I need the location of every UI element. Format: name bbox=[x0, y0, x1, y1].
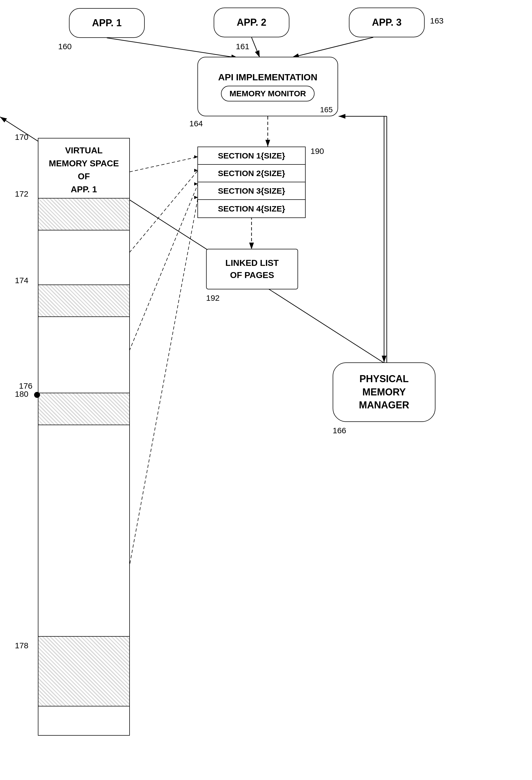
diagram: APP. 1 160 APP. 2 161 APP. 3 163 API IMP… bbox=[0, 0, 532, 780]
svg-line-3 bbox=[107, 38, 238, 58]
app2-pill: APP. 2 bbox=[214, 8, 289, 37]
hatch-176 bbox=[38, 393, 129, 425]
api-label: API IMPLEMENTATION bbox=[218, 72, 317, 83]
svg-line-13 bbox=[119, 170, 198, 265]
memory-monitor-label: MEMORY MONITOR bbox=[230, 89, 306, 98]
linked-list-ref: 192 bbox=[206, 293, 220, 303]
band-172-ref: 172 bbox=[15, 189, 29, 198]
svg-line-4 bbox=[251, 37, 260, 57]
phys-mem-line3: MANAGER bbox=[359, 399, 409, 412]
physical-memory-manager: PHYSICAL MEMORY MANAGER bbox=[333, 362, 435, 422]
dot-180-ref: 180 bbox=[15, 389, 29, 399]
api-ref-inner: 165 bbox=[320, 105, 333, 114]
linked-list-line2: OF PAGES bbox=[225, 269, 279, 281]
phys-mem-ref: 166 bbox=[333, 426, 346, 435]
virt-mem-ref: 170 bbox=[15, 133, 29, 142]
sections-container: SECTION 1{SIZE} SECTION 2{SIZE} SECTION … bbox=[197, 147, 306, 218]
app1-label: APP. 1 bbox=[92, 17, 122, 29]
app3-label: APP. 3 bbox=[372, 17, 401, 28]
memory-monitor-pill: MEMORY MONITOR bbox=[221, 86, 315, 101]
app2-label: APP. 2 bbox=[237, 17, 266, 28]
linked-list: LINKED LIST OF PAGES bbox=[206, 249, 298, 289]
svg-line-14 bbox=[119, 184, 198, 376]
band-174-ref: 174 bbox=[15, 276, 29, 285]
phys-mem-line1: PHYSICAL bbox=[359, 373, 409, 386]
virtual-memory-block: VIRTUAL MEMORY SPACE OF APP. 1 bbox=[38, 138, 130, 736]
hatch-172 bbox=[38, 198, 129, 231]
virtual-memory-label: VIRTUAL MEMORY SPACE OF APP. 1 bbox=[38, 144, 129, 196]
section1: SECTION 1{SIZE} bbox=[198, 147, 305, 165]
app2-ref: 161 bbox=[236, 42, 249, 51]
app1-ref: 160 bbox=[58, 42, 72, 51]
phys-mem-line2: MEMORY bbox=[359, 386, 409, 399]
api-ref: 164 bbox=[189, 119, 203, 128]
svg-line-12 bbox=[119, 157, 198, 174]
linked-list-line1: LINKED LIST bbox=[225, 257, 279, 269]
svg-line-15 bbox=[119, 197, 198, 622]
app3-ref: 163 bbox=[430, 16, 444, 26]
hatch-174 bbox=[38, 285, 129, 317]
band-176-ref: 176 bbox=[19, 381, 33, 391]
hatch-178 bbox=[38, 636, 129, 706]
dot-180 bbox=[34, 392, 40, 398]
app1-pill: APP. 1 bbox=[69, 8, 145, 38]
section4: SECTION 4{SIZE} bbox=[198, 200, 305, 217]
svg-line-5 bbox=[292, 37, 373, 57]
band-178-ref: 178 bbox=[15, 641, 29, 650]
section3: SECTION 3{SIZE} bbox=[198, 182, 305, 200]
section2: SECTION 2{SIZE} bbox=[198, 165, 305, 182]
sections-ref: 190 bbox=[310, 147, 324, 156]
api-implementation: API IMPLEMENTATION MEMORY MONITOR 165 bbox=[197, 57, 338, 116]
app3-pill: APP. 3 bbox=[349, 8, 425, 37]
